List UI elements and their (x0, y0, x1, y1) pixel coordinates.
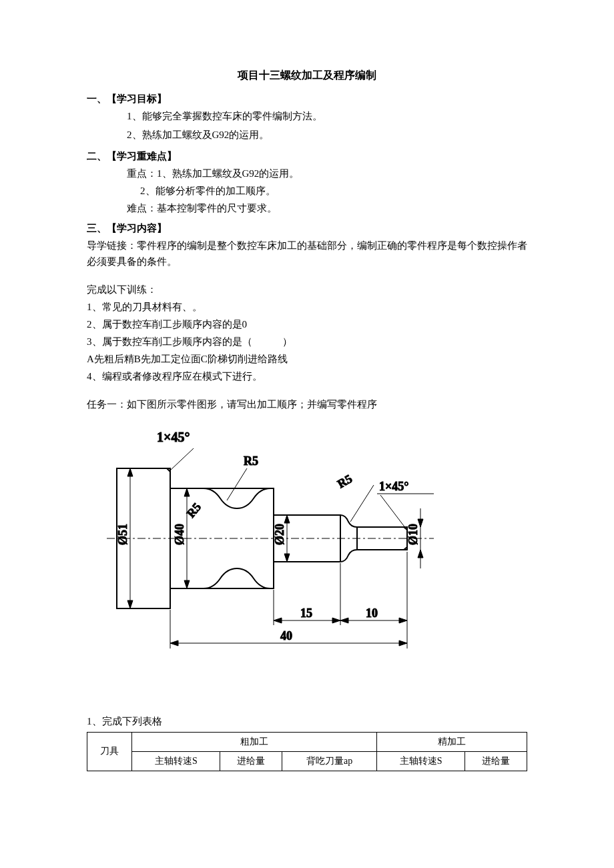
machining-table: 刀具 粗加工 精加工 主轴转速S 进给量 背吃刀量ap 主轴转速S 进给量 (87, 732, 527, 772)
svg-marker-22 (418, 550, 423, 558)
dim-d40: Ø40 (173, 524, 186, 545)
svg-line-9 (350, 485, 374, 522)
dim-len15: 15 (300, 606, 312, 620)
dim-d10: Ø10 (406, 524, 420, 545)
th-speed-1: 主轴转速S (132, 751, 220, 771)
th-feed-2: 进给量 (465, 751, 527, 771)
svg-marker-15 (184, 488, 190, 496)
svg-marker-29 (332, 618, 340, 623)
section-2-heading: 二、【学习重难点】 (87, 148, 527, 164)
svg-marker-32 (399, 618, 407, 623)
svg-marker-31 (340, 618, 348, 623)
section-3-heading: 三、【学习内容】 (87, 220, 527, 236)
q3-options: A先粗后精B先加工定位面C阶梯切削进给路线 (87, 351, 527, 367)
th-fine: 精加工 (377, 732, 527, 751)
svg-line-10 (380, 495, 406, 528)
table-row: 刀具 粗加工 精加工 (87, 732, 527, 751)
dim-d51: Ø51 (116, 524, 129, 545)
training-prefix: 完成以下训练： (87, 282, 527, 298)
table-row: 主轴转速S 进给量 背吃刀量ap 主轴转速S 进给量 (87, 751, 527, 771)
th-tool: 刀具 (87, 732, 132, 771)
q4: 4、编程或者修改程序应在模式下进行。 (87, 368, 527, 384)
svg-line-7 (170, 448, 194, 470)
dim-r5-c: R5 (335, 472, 354, 490)
part-drawing: 1×45° R5 R5 R5 1×45° Ø51 Ø40 Ø20 Ø10 (93, 422, 527, 667)
s1-line-1: 1、能够完全掌握数控车床的零件编制方法。 (87, 108, 527, 124)
svg-marker-18 (284, 515, 290, 523)
th-feed-1: 进给量 (220, 751, 282, 771)
dim-r5-a: R5 (244, 454, 258, 468)
th-ap: 背吃刀量ap (282, 751, 377, 771)
q2: 2、属于数控车削工步顺序内容的是0 (87, 316, 527, 332)
svg-line-8 (227, 468, 247, 500)
s2-line-3: 难点：基本控制零件的尺寸要求。 (87, 200, 527, 216)
th-rough: 粗加工 (132, 732, 377, 751)
s2-line-1: 重点：1、熟练加工螺纹及G92的运用。 (87, 165, 527, 181)
svg-marker-12 (127, 468, 133, 476)
svg-marker-28 (274, 618, 282, 623)
page-title: 项目十三螺纹加工及程序编制 (87, 67, 527, 84)
svg-marker-13 (127, 600, 133, 608)
section-1-heading: 一、【学习目标】 (87, 91, 527, 107)
dim-d20: Ø20 (273, 524, 286, 545)
dim-chamfer-1: 1×45° (157, 430, 190, 444)
svg-marker-19 (284, 554, 290, 562)
table-caption: 1、完成下列表格 (87, 713, 527, 729)
svg-marker-16 (184, 580, 190, 588)
dim-len10: 10 (366, 606, 378, 620)
s3-intro: 导学链接：零件程序的编制是整个数控车床加工的基础部分，编制正确的零件程序是每个数… (87, 238, 527, 270)
svg-marker-35 (399, 640, 407, 646)
s2-line-2: 2、能够分析零件的加工顺序。 (87, 183, 527, 199)
dim-chamfer-2: 1×45° (379, 480, 408, 493)
dim-len40: 40 (280, 629, 292, 642)
svg-marker-34 (170, 640, 178, 646)
s1-line-2: 2、熟练加工螺纹及G92的运用。 (87, 127, 527, 143)
th-speed-2: 主轴转速S (377, 751, 465, 771)
q3: 3、属于数控车削工步顺序内容的是（ ） (87, 334, 527, 350)
q1: 1、常见的刀具材料有、。 (87, 299, 527, 315)
task1: 任务一：如下图所示零件图形，请写出加工顺序；并编写零件程序 (87, 396, 527, 412)
